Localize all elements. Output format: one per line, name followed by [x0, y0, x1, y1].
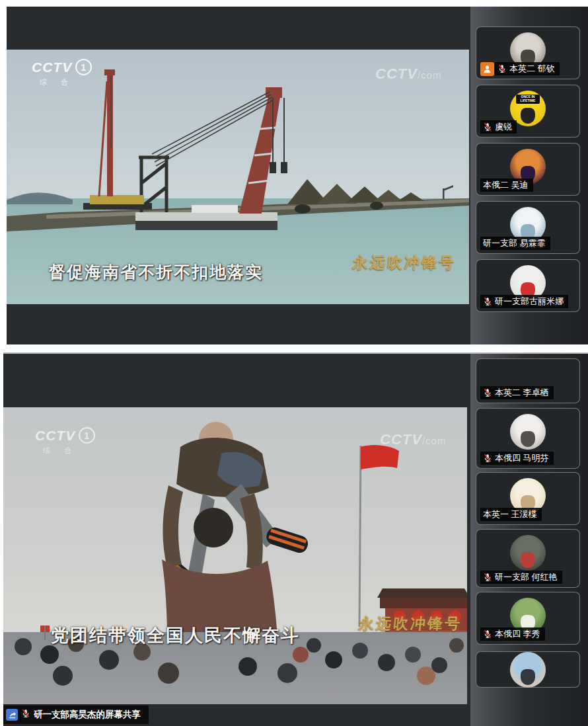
cctv1-channel-logo: CCTV 1 综 合: [35, 427, 95, 456]
participant-name-badge: 虞锐: [480, 120, 517, 134]
active-speaker-icon: [480, 62, 494, 76]
participant-name: 本英二 郁钦: [509, 63, 555, 74]
muted-mic-icon: [483, 122, 492, 132]
muted-mic-icon: [497, 64, 507, 73]
meeting-window-top: CCTV 1 综 合 CCTV/com 督促海南省不折不扣地落实 永远吹冲锋号 …: [7, 7, 588, 344]
cctv-logo-text: CCTV: [32, 60, 72, 75]
shared-screen-video-top[interactable]: CCTV 1 综 合 CCTV/com 督促海南省不折不扣地落实 永远吹冲锋号: [7, 50, 469, 304]
participant-name-badge: 研一支部 易霖霏: [480, 237, 550, 250]
share-muted-mic-slot: [21, 709, 30, 721]
participant-tile[interactable]: 本俄四 马明芬: [476, 408, 580, 469]
screen-share-status-bar: 研一支部高昊杰的屏幕共享: [3, 706, 149, 724]
meeting-window-bottom: CCTV 1 综 合 CCTV/com 党团结带领全国人民不懈奋斗 永远吹冲锋号…: [3, 352, 588, 726]
program-slogan: 永远吹冲锋号: [351, 253, 457, 273]
cctv1-channel-logo: CCTV 1 综 合: [32, 59, 92, 87]
participant-tile[interactable]: 本英一 王湲楪: [476, 472, 580, 525]
participant-name: 本英一 王湲楪: [483, 509, 537, 520]
program-slogan: 永远吹冲锋号: [357, 614, 462, 634]
cctv-logo-text: CCTV: [35, 428, 75, 444]
participants-sidebar-top: 本英二 郁钦ONCE IN LIFETIME 虞锐本俄二 吴迪研一支部 易霖霏 …: [470, 7, 588, 344]
participant-tile[interactable]: 研一支部古丽米娜: [476, 259, 580, 312]
muted-mic-icon: [483, 454, 492, 463]
participant-name: 本英二 李卓栖: [495, 387, 549, 398]
participant-name: 虞锐: [495, 122, 512, 132]
participant-name-badge: 本英一 王湲楪: [480, 508, 542, 521]
participant-name: 本俄四 马明芬: [495, 453, 549, 464]
participant-tile[interactable]: ONCE IN LIFETIME 虞锐: [476, 85, 580, 138]
participant-avatar: [510, 652, 546, 688]
participant-name-badge: 研一支部古丽米娜: [480, 295, 568, 308]
muted-mic-icon: [483, 629, 492, 639]
participant-name-badge: 本英二 李卓栖: [480, 386, 554, 399]
broadcast-subtitle: 党团结带领全国人民不懈奋斗: [51, 624, 300, 647]
participant-tile[interactable]: 本俄四 李秀: [476, 592, 580, 645]
participant-tile[interactable]: 本俄二 吴迪: [476, 143, 580, 196]
cctv-com-watermark: CCTV/com: [380, 431, 446, 448]
participant-name-badge: 本英二 郁钦: [495, 62, 560, 75]
cctv-channel-number: 1: [79, 427, 95, 444]
participant-tile[interactable]: 本英二 李卓栖: [476, 358, 580, 403]
participant-tile[interactable]: [476, 651, 580, 688]
cctv-channel-subname: 综 合: [43, 446, 95, 456]
participant-name: 本俄二 吴迪: [483, 180, 529, 190]
screen-share-label: 研一支部高昊杰的屏幕共享: [34, 709, 141, 721]
participant-name-badge: 本俄四 马明芬: [480, 452, 554, 465]
participant-name: 本俄四 李秀: [495, 629, 540, 639]
participants-sidebar-bottom: 本英二 李卓栖 本俄四 马明芬本英一 王湲楪 研一支部 何红艳 本俄四 李秀: [470, 354, 588, 726]
screenshot-root: { "colors": { "panel_bg": "#292c2f", "ba…: [0, 0, 588, 726]
muted-mic-icon: [483, 573, 492, 582]
participant-name-badge: 研一支部 何红艳: [480, 571, 562, 584]
participant-avatar: [510, 535, 546, 571]
screen-share-icon: [6, 709, 18, 721]
cctv-channel-number: 1: [75, 59, 92, 75]
participant-name-badge: 本俄二 吴迪: [480, 179, 533, 192]
participant-name-badge: 本俄四 李秀: [480, 627, 545, 641]
broadcast-subtitle: 督促海南省不折不扣地落实: [49, 261, 263, 283]
participant-avatar: [510, 414, 546, 450]
shared-screen-video-bottom[interactable]: CCTV 1 综 合 CCTV/com 党团结带领全国人民不懈奋斗 永远吹冲锋号: [3, 407, 467, 704]
avatar-caption: ONCE IN LIFETIME: [516, 95, 540, 104]
participant-tile[interactable]: 研一支部 何红艳: [476, 529, 580, 588]
cctv-com-watermark: CCTV/com: [375, 65, 441, 83]
participant-name: 研一支部古丽米娜: [495, 296, 564, 307]
participant-tile[interactable]: 本英二 郁钦: [476, 26, 580, 79]
participant-name: 研一支部 易霖霏: [483, 238, 546, 249]
participant-tile[interactable]: 研一支部 易霖霏: [476, 201, 580, 254]
muted-mic-icon: [21, 709, 30, 718]
participant-name: 研一支部 何红艳: [495, 572, 558, 583]
cctv-channel-subname: 综 合: [40, 77, 92, 87]
muted-mic-icon: [483, 297, 492, 306]
muted-mic-icon: [483, 388, 492, 397]
